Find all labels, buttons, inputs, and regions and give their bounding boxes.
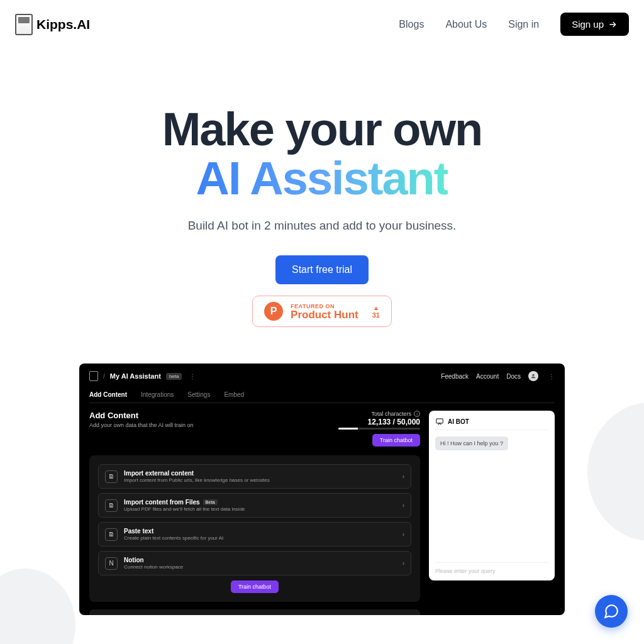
signup-button[interactable]: Sign up [560, 13, 629, 36]
option-import-files[interactable]: 🗎 Import content from FilesBeta Upload P… [98, 493, 411, 518]
chevron-right-icon: › [402, 502, 404, 509]
tab-add-content[interactable]: Add Content [89, 391, 127, 398]
train-chatbot-button-2[interactable]: Train chatbot [231, 580, 279, 593]
svg-rect-1 [436, 419, 443, 423]
more-icon[interactable]: ⋮ [189, 373, 196, 380]
product-hunt-text: FEATURED ON Product Hunt [291, 303, 358, 320]
chat-greeting: Hi ! How can I help you ? [435, 436, 508, 450]
svg-point-0 [532, 374, 534, 376]
hero-subtitle: Build AI bot in 2 minutes and add to you… [13, 219, 631, 233]
upvote-icon: ▲ [373, 304, 379, 311]
tab-integrations[interactable]: Integrations [141, 391, 174, 398]
beta-badge: beta [166, 373, 182, 380]
demo-topbar: / My AI Assistant beta ⋮ Feedback Accoun… [89, 371, 555, 381]
text-icon: 🗎 [105, 528, 118, 541]
chevron-right-icon: › [402, 560, 404, 567]
user-icon [530, 373, 536, 379]
header: Kipps.AI Blogs About Us Sign in Sign up [0, 0, 644, 48]
option-paste-text[interactable]: 🗎 Paste text Create plain text contents … [98, 522, 411, 547]
nav-about[interactable]: About Us [445, 19, 487, 30]
nav-feedback[interactable]: Feedback [441, 373, 469, 380]
hero-heading: Make your own AI Assistant [13, 105, 631, 203]
hero: Make your own AI Assistant Build AI bot … [0, 48, 644, 340]
option-notion[interactable]: N Notion Connect notion workspace › [98, 551, 411, 575]
brand-name: Kipps.AI [36, 17, 90, 32]
hero-line2: AI Assistant [196, 152, 448, 204]
nav-blogs[interactable]: Blogs [399, 19, 424, 30]
settings-icon[interactable]: ⋮ [548, 373, 555, 380]
chat-title: AI BOT [448, 418, 469, 425]
chevron-right-icon: › [402, 473, 404, 480]
avatar[interactable] [528, 371, 538, 381]
book-icon [89, 371, 98, 381]
logo-icon [15, 14, 33, 35]
assistant-name: My AI Assistant [110, 372, 161, 380]
tab-embed[interactable]: Embed [224, 391, 244, 398]
file-icon: 🗎 [105, 499, 118, 512]
ph-votes: ▲ 31 [372, 304, 380, 319]
decoration-blob [0, 569, 75, 644]
nav-signin[interactable]: Sign in [508, 19, 539, 30]
stats-value: 12,133 / 50,000 [338, 418, 420, 426]
notion-icon: N [105, 557, 118, 570]
ph-name: Product Hunt [291, 309, 358, 320]
start-trial-button[interactable]: Start free trial [275, 255, 369, 284]
section-heading: Add Content [89, 411, 194, 420]
chevron-right-icon: › [402, 531, 404, 538]
nav-docs[interactable]: Docs [506, 373, 521, 380]
product-hunt-icon: P [264, 302, 283, 321]
product-screenshot: / My AI Assistant beta ⋮ Feedback Accoun… [79, 364, 565, 615]
hero-line1: Make your own [162, 103, 482, 155]
chat-icon [435, 417, 444, 426]
ph-vote-count: 31 [372, 311, 380, 319]
breadcrumb-separator: / [103, 373, 105, 380]
info-icon[interactable]: i [414, 411, 420, 417]
file-icon: 🗎 [105, 470, 118, 483]
chat-input[interactable]: Please enter your query [435, 562, 548, 574]
section-sub: Add your own data that the AI will train… [89, 422, 194, 428]
chat-bubble-icon [603, 603, 619, 619]
tab-settings[interactable]: Settings [187, 391, 210, 398]
chat-fab[interactable] [595, 595, 628, 628]
decoration-blob [587, 402, 644, 541]
onboarding-card: Book a onboarding call with us We will g… [89, 609, 420, 615]
nav-account[interactable]: Account [476, 373, 499, 380]
train-chatbot-button[interactable]: Train chatbot [372, 434, 420, 447]
progress-bar [338, 428, 420, 430]
option-import-external[interactable]: 🗎 Import external content Import content… [98, 464, 411, 489]
signup-label: Sign up [572, 19, 604, 30]
demo-tabs: Add Content Integrations Settings Embed [89, 391, 555, 403]
chat-preview: AI BOT Hi ! How can I help you ? Please … [429, 411, 555, 580]
top-nav: Blogs About Us Sign in Sign up [399, 13, 629, 36]
beta-badge: Beta [203, 499, 218, 505]
product-hunt-badge[interactable]: P FEATURED ON Product Hunt ▲ 31 [252, 296, 392, 327]
stats-label: Total characters i [338, 411, 420, 417]
logo[interactable]: Kipps.AI [15, 14, 90, 35]
demo-main: Add Content Add your own data that the A… [89, 411, 420, 615]
arrow-right-icon [608, 19, 618, 30]
